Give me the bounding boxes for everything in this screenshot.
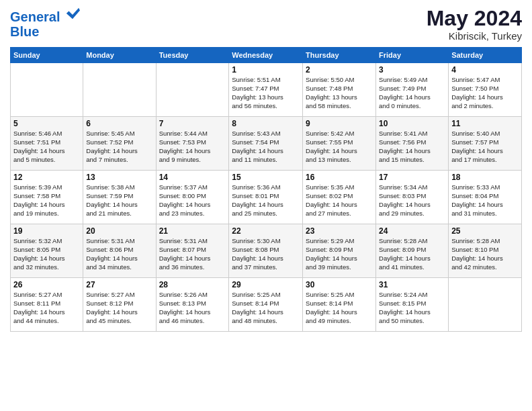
day-info-line: Sunset: 7:54 PM [232,138,300,147]
day-info-line: Daylight: 14 hours [306,201,373,210]
day-info-line: Sunrise: 5:32 AM [13,237,80,246]
calendar-cell: 9Sunrise: 5:42 AMSunset: 7:55 PMDaylight… [303,117,376,171]
calendar-cell [11,63,83,117]
calendar-cell: 10Sunrise: 5:41 AMSunset: 7:56 PMDayligh… [376,117,449,171]
day-info-line: Daylight: 14 hours [451,201,519,210]
day-info-line: Sunset: 8:15 PM [379,300,445,308]
calendar-cell: 14Sunrise: 5:37 AMSunset: 8:00 PMDayligh… [156,171,229,224]
day-number: 30 [306,280,373,289]
calendar-cell: 8Sunrise: 5:43 AMSunset: 7:54 PMDaylight… [229,117,303,171]
calendar-cell: 22Sunrise: 5:30 AMSunset: 8:08 PMDayligh… [229,224,303,278]
day-info-line: Sunrise: 5:31 AM [159,237,226,246]
header-sunday: Sunday [11,48,83,63]
calendar-cell: 16Sunrise: 5:35 AMSunset: 8:02 PMDayligh… [303,171,376,224]
day-info-line: Daylight: 14 hours [451,255,519,263]
day-info-line: Daylight: 14 hours [379,93,445,102]
day-info-line: Daylight: 13 hours [232,93,300,102]
day-info-line: Sunrise: 5:35 AM [306,183,373,192]
day-info-line: and 2 minutes. [451,102,519,111]
day-info-line: Daylight: 14 hours [232,308,300,317]
day-info-line: Sunset: 8:14 PM [232,300,300,308]
day-info-line: and 49 minutes. [306,317,373,326]
page-container: General Blue May 2024 Kibriscik, Turkey … [0,0,532,338]
day-info-line: Sunrise: 5:46 AM [13,130,80,138]
calendar-body: 1Sunrise: 5:51 AMSunset: 7:47 PMDaylight… [11,63,522,332]
day-info-line: and 21 minutes. [86,210,152,218]
header-wednesday: Wednesday [229,48,303,63]
logo-bird-icon [65,7,80,21]
calendar-cell: 18Sunrise: 5:33 AMSunset: 8:04 PMDayligh… [449,171,522,224]
month-year-title: May 2024 [427,7,522,30]
day-info-line: Sunrise: 5:30 AM [232,237,300,246]
day-info-line: Sunset: 8:02 PM [306,192,373,201]
day-info-line: and 15 minutes. [379,156,445,165]
day-info-line: Sunrise: 5:40 AM [451,130,519,138]
logo-line1: General [10,9,60,24]
day-number: 17 [379,173,445,182]
day-info-line: Sunset: 7:51 PM [13,138,80,147]
calendar-cell: 30Sunrise: 5:25 AMSunset: 8:14 PMDayligh… [303,278,376,332]
day-number: 2 [306,65,373,75]
day-info-line: Sunset: 7:55 PM [306,138,373,147]
day-info-line: Sunset: 8:08 PM [232,246,300,255]
day-number: 25 [451,226,519,236]
day-info-line: Sunrise: 5:26 AM [159,291,226,300]
day-info-line: Sunset: 7:48 PM [306,85,373,93]
day-info-line: Sunset: 7:50 PM [451,85,519,93]
day-info-line: and 23 minutes. [159,210,226,218]
calendar-cell: 19Sunrise: 5:32 AMSunset: 8:05 PMDayligh… [11,224,83,278]
day-number: 27 [86,280,152,289]
calendar-cell: 3Sunrise: 5:49 AMSunset: 7:49 PMDaylight… [376,63,449,117]
calendar-cell: 29Sunrise: 5:25 AMSunset: 8:14 PMDayligh… [229,278,303,332]
header-tuesday: Tuesday [156,48,229,63]
day-info-line: and 9 minutes. [159,156,226,165]
calendar-cell [156,63,229,117]
day-number: 22 [232,226,300,236]
day-info-line: and 27 minutes. [306,210,373,218]
header-thursday: Thursday [303,48,376,63]
day-number: 4 [451,65,519,75]
day-info-line: Sunrise: 5:45 AM [86,130,152,138]
day-info-line: and 17 minutes. [451,156,519,165]
day-info-line: and 7 minutes. [86,156,152,165]
day-info-line: Daylight: 14 hours [159,255,226,263]
day-info-line: and 50 minutes. [379,317,445,326]
logo-text: General [10,7,80,24]
calendar-cell: 20Sunrise: 5:31 AMSunset: 8:06 PMDayligh… [83,224,156,278]
day-info-line: Daylight: 14 hours [379,201,445,210]
day-number: 10 [379,119,445,128]
header-saturday: Saturday [449,48,522,63]
day-info-line: Daylight: 14 hours [13,147,80,156]
day-info-line: Daylight: 13 hours [306,93,373,102]
day-info-line: Sunrise: 5:43 AM [232,130,300,138]
calendar-cell: 15Sunrise: 5:36 AMSunset: 8:01 PMDayligh… [229,171,303,224]
calendar-cell: 12Sunrise: 5:39 AMSunset: 7:58 PMDayligh… [11,171,83,224]
calendar-cell: 11Sunrise: 5:40 AMSunset: 7:57 PMDayligh… [449,117,522,171]
day-info-line: and 31 minutes. [451,210,519,218]
day-number: 14 [159,173,226,182]
day-info-line: Daylight: 14 hours [159,201,226,210]
day-info-line: Daylight: 14 hours [13,201,80,210]
day-info-line: Sunrise: 5:24 AM [379,291,445,300]
day-number: 19 [13,226,80,236]
day-number: 5 [13,119,80,128]
day-info-line: Sunset: 7:58 PM [13,192,80,201]
day-info-line: Sunset: 8:00 PM [159,192,226,201]
day-number: 29 [232,280,300,289]
day-info-line: Sunrise: 5:50 AM [306,76,373,85]
day-info-line: Sunrise: 5:34 AM [379,183,445,192]
day-info-line: Sunrise: 5:39 AM [13,183,80,192]
day-info-line: Sunset: 8:05 PM [13,246,80,255]
day-info-line: Sunset: 8:04 PM [451,192,519,201]
calendar-cell: 26Sunrise: 5:27 AMSunset: 8:11 PMDayligh… [11,278,83,332]
day-info-line: Sunrise: 5:33 AM [451,183,519,192]
day-info-line: Sunset: 8:09 PM [379,246,445,255]
logo: General Blue [10,7,80,40]
day-info-line: Daylight: 14 hours [379,255,445,263]
day-info-line: Sunrise: 5:38 AM [86,183,152,192]
calendar-week-row: 19Sunrise: 5:32 AMSunset: 8:05 PMDayligh… [11,224,522,278]
day-info-line: and 48 minutes. [232,317,300,326]
location-subtitle: Kibriscik, Turkey [427,30,522,42]
day-info-line: Daylight: 14 hours [159,308,226,317]
calendar-cell: 13Sunrise: 5:38 AMSunset: 7:59 PMDayligh… [83,171,156,224]
